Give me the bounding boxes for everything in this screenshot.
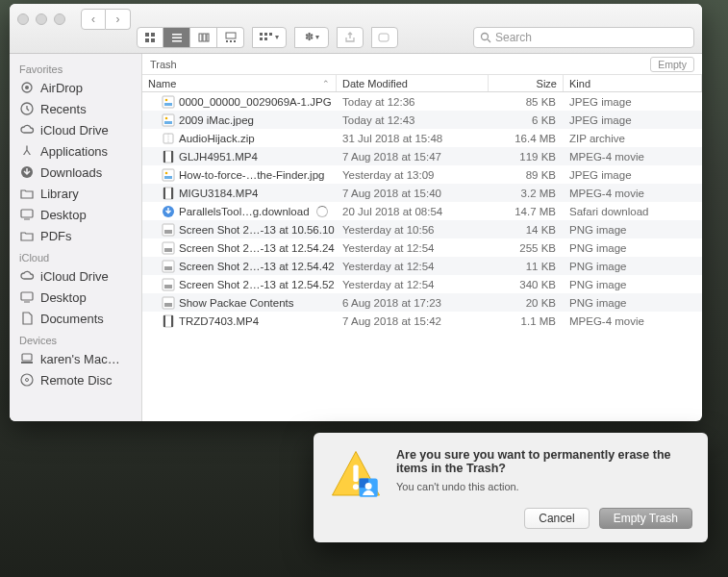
sidebar-item-label: Recents — [40, 102, 87, 116]
confirm-dialog: Are you sure you want to permanently era… — [314, 433, 708, 542]
file-mov-icon — [162, 187, 175, 200]
action-button[interactable]: ✽▾ — [294, 27, 329, 48]
table-row[interactable]: ParallelsTool…g.download20 Jul 2018 at 0… — [142, 202, 702, 220]
table-row[interactable]: Screen Shot 2…-13 at 12.54.52Yesterday a… — [142, 275, 702, 293]
airdrop-icon — [19, 80, 35, 95]
sidebar-section-header: Devices — [10, 329, 141, 348]
svg-rect-64 — [163, 315, 165, 327]
sidebar: FavoritesAirDropRecentsiCloud Drive⅄Appl… — [10, 54, 142, 421]
svg-rect-46 — [163, 169, 174, 181]
sidebar-item[interactable]: iCloud Drive — [10, 265, 141, 287]
svg-line-21 — [488, 39, 490, 42]
share-button[interactable] — [337, 27, 364, 48]
table-row[interactable]: GLJH4951.MP47 Aug 2018 at 15:47119 KBMPE… — [142, 147, 702, 165]
view-list-button[interactable] — [163, 27, 190, 48]
confirm-empty-button[interactable]: Empty Trash — [599, 508, 692, 529]
path-bar: Trash Empty — [142, 54, 702, 75]
table-row[interactable]: 0000_00000_0029069A-1.JPGToday at 12:368… — [142, 92, 702, 111]
file-list: 0000_00000_0029069A-1.JPGToday at 12:368… — [142, 92, 702, 421]
table-row[interactable]: Screen Shot 2…-13 at 10.56.10Yesterday a… — [142, 220, 702, 238]
file-size: 14.7 MB — [489, 206, 564, 217]
svg-rect-14 — [260, 33, 263, 36]
col-kind[interactable]: Kind — [564, 75, 702, 91]
col-name[interactable]: Name⌃ — [142, 75, 337, 91]
sidebar-item-label: Downloads — [40, 165, 102, 180]
sidebar-item[interactable]: Downloads — [10, 162, 141, 183]
col-size[interactable]: Size — [489, 75, 564, 91]
view-columns-button[interactable] — [190, 27, 217, 48]
file-date: Yesterday at 10:56 — [337, 224, 489, 236]
svg-rect-15 — [264, 33, 267, 36]
clock-icon — [19, 101, 35, 116]
sidebar-item[interactable]: ⅄Applications — [10, 140, 141, 162]
finder-window: Trash ‹ › ▾ ✽▾ — [10, 4, 702, 421]
svg-rect-16 — [269, 33, 272, 36]
tags-button[interactable] — [371, 27, 398, 48]
traffic-lights[interactable] — [17, 13, 65, 25]
file-mov-icon — [162, 314, 175, 328]
sidebar-section-header: iCloud — [10, 246, 141, 265]
svg-rect-9 — [207, 34, 209, 41]
svg-rect-10 — [226, 33, 236, 38]
view-gallery-button[interactable] — [217, 27, 244, 48]
file-size: 16.4 MB — [489, 133, 564, 144]
view-mode-group — [137, 27, 244, 48]
forward-button[interactable]: › — [106, 9, 131, 30]
svg-point-37 — [165, 98, 168, 101]
sidebar-item[interactable]: iCloud Drive — [10, 119, 141, 140]
sidebar-item[interactable]: Remote Disc — [10, 369, 141, 390]
file-jpg-icon — [162, 95, 175, 109]
svg-rect-12 — [230, 40, 232, 42]
file-name: 2009 iMac.jpeg — [179, 114, 254, 126]
table-row[interactable]: Screen Shot 2…-13 at 12.54.42Yesterday a… — [142, 257, 702, 275]
file-size: 340 KB — [489, 279, 564, 290]
svg-point-67 — [353, 484, 359, 489]
arrange-button[interactable]: ▾ — [252, 27, 287, 48]
sidebar-item-label: Documents — [40, 312, 104, 326]
file-date: 7 Aug 2018 at 15:40 — [337, 188, 489, 199]
sidebar-item[interactable]: PDFs — [10, 225, 141, 246]
search-input[interactable]: Search — [473, 27, 694, 48]
file-name: Screen Shot 2…-13 at 12.54.24 — [179, 242, 335, 254]
svg-rect-44 — [163, 151, 165, 163]
view-icons-button[interactable] — [137, 27, 163, 48]
column-headers: Name⌃ Date Modified Size Kind — [142, 75, 702, 92]
sidebar-item[interactable]: Recents — [10, 98, 141, 119]
file-date: 7 Aug 2018 at 15:42 — [337, 315, 489, 327]
sidebar-item[interactable]: Documents — [10, 308, 141, 329]
file-name: GLJH4951.MP4 — [179, 151, 258, 163]
col-date[interactable]: Date Modified — [337, 75, 489, 91]
sidebar-item[interactable]: Desktop — [10, 204, 141, 225]
back-button[interactable]: ‹ — [81, 9, 106, 30]
svg-rect-38 — [163, 114, 174, 126]
main-panel: Trash Empty Name⌃ Date Modified Size Kin… — [142, 54, 702, 421]
table-row[interactable]: Show Packae Contents6 Aug 2018 at 17:232… — [142, 293, 702, 312]
table-row[interactable]: MIGU3184.MP47 Aug 2018 at 15:403.2 MBMPE… — [142, 184, 702, 202]
file-mov-icon — [162, 150, 175, 163]
file-png-icon — [162, 223, 175, 237]
file-kind: JPEG image — [564, 114, 702, 126]
table-row[interactable]: TRZD7403.MP47 Aug 2018 at 15:421.1 MBMPE… — [142, 312, 702, 330]
path-label: Trash — [150, 59, 177, 70]
file-date: Yesterday at 12:54 — [337, 261, 489, 272]
table-row[interactable]: AudioHijack.zip31 Jul 2018 at 15:4816.4 … — [142, 129, 702, 147]
svg-rect-35 — [163, 96, 174, 108]
sidebar-item-label: Desktop — [40, 208, 87, 222]
table-row[interactable]: Screen Shot 2…-13 at 12.54.24Yesterday a… — [142, 238, 702, 257]
cancel-button[interactable]: Cancel — [524, 508, 589, 529]
table-row[interactable]: 2009 iMac.jpegToday at 12:436 KBJPEG ima… — [142, 111, 702, 129]
titlebar: ‹ › ▾ ✽▾ Search — [10, 4, 702, 54]
table-row[interactable]: How-to-force-…the-Finder.jpgYesterday at… — [142, 165, 702, 184]
file-name: Screen Shot 2…-13 at 12.54.52 — [179, 279, 335, 290]
sidebar-item[interactable]: karen's Mac… — [10, 348, 141, 369]
file-date: 6 Aug 2018 at 17:23 — [337, 297, 489, 309]
sidebar-item[interactable]: AirDrop — [10, 77, 141, 98]
svg-rect-60 — [164, 285, 172, 288]
sidebar-item[interactable]: Library — [10, 183, 141, 204]
empty-trash-button[interactable]: Empty — [650, 57, 694, 72]
file-kind: PNG image — [564, 242, 702, 254]
file-kind: PNG image — [564, 224, 702, 236]
svg-text:⅄: ⅄ — [22, 143, 31, 158]
svg-point-23 — [25, 86, 29, 89]
sidebar-item[interactable]: Desktop — [10, 287, 141, 308]
